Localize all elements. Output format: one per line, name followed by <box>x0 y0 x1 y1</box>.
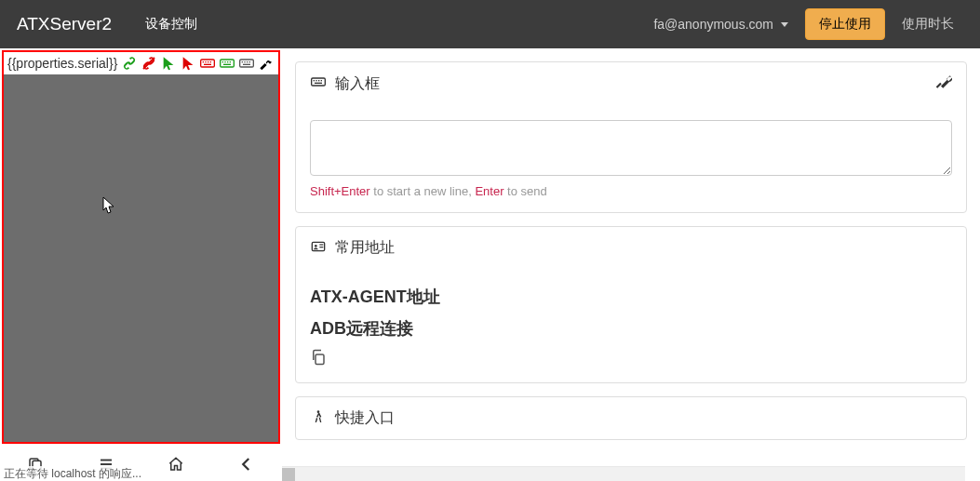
panel-addresses-body: ATX-AGENT地址 ADB远程连接 <box>296 270 966 382</box>
svg-rect-30 <box>318 80 319 81</box>
svg-rect-29 <box>315 80 316 81</box>
tools-icon[interactable] <box>935 73 952 94</box>
svg-point-34 <box>315 245 317 247</box>
kbd-shift-enter: Shift+Enter <box>310 184 370 198</box>
svg-rect-13 <box>227 61 228 62</box>
svg-line-3 <box>143 58 154 69</box>
svg-rect-32 <box>315 83 322 84</box>
panel-input: 输入框 Shift+Enter to start a new line, Ent… <box>295 61 967 213</box>
panel-addresses: 常用地址 ATX-AGENT地址 ADB远程连接 <box>295 226 967 383</box>
svg-rect-18 <box>245 61 246 62</box>
svg-rect-20 <box>249 61 250 62</box>
svg-rect-16 <box>240 60 254 67</box>
right-wrap: 输入框 Shift+Enter to start a new line, Ent… <box>282 48 980 481</box>
device-box: {{properties.serial}} <box>2 50 280 444</box>
link-icon[interactable] <box>121 55 137 72</box>
horizontal-scrollbar[interactable] <box>282 466 965 481</box>
id-card-icon <box>310 239 327 258</box>
panel-addresses-title: 常用地址 <box>335 238 395 258</box>
svg-rect-27 <box>312 78 326 86</box>
hammer-icon[interactable] <box>259 55 275 72</box>
stop-using-button[interactable]: 停止使用 <box>805 8 885 40</box>
left-pane: {{properties.serial}} <box>0 48 282 481</box>
usage-duration-label: 使用时长 <box>893 16 963 33</box>
svg-rect-28 <box>314 80 315 81</box>
panel-input-body: Shift+Enter to start a new line, Enter t… <box>296 106 966 212</box>
person-walk-icon <box>310 409 327 428</box>
panel-quick-entry-title: 快捷入口 <box>335 408 395 428</box>
svg-rect-21 <box>243 64 250 65</box>
user-menu[interactable]: fa@anonymous.com <box>644 17 798 32</box>
keyboard-icon <box>310 74 327 93</box>
right-pane[interactable]: 输入框 Shift+Enter to start a new line, Ent… <box>282 48 980 481</box>
panel-input-title: 输入框 <box>335 74 380 94</box>
device-toolbar: {{properties.serial}} <box>4 52 278 74</box>
home-button[interactable] <box>165 453 187 475</box>
unlink-icon[interactable] <box>141 55 156 72</box>
kbd-enter: Enter <box>475 184 503 198</box>
svg-rect-11 <box>222 61 223 62</box>
brand-title[interactable]: ATXServer2 <box>17 14 112 34</box>
svg-rect-14 <box>230 61 231 62</box>
atx-agent-address-label: ATX-AGENT地址 <box>310 286 952 308</box>
panel-quick-entry-header: 快捷入口 <box>296 397 966 439</box>
device-control-label: 设备控制 <box>145 16 197 33</box>
device-serial: {{properties.serial}} <box>7 56 117 71</box>
svg-rect-10 <box>221 60 235 67</box>
main: {{properties.serial}} <box>0 48 980 481</box>
svg-rect-5 <box>203 61 204 62</box>
svg-rect-37 <box>315 354 324 365</box>
input-help-text: Shift+Enter to start a new line, Enter t… <box>310 184 952 198</box>
keyboard-green-icon[interactable] <box>220 55 235 72</box>
svg-rect-15 <box>223 64 231 65</box>
svg-rect-6 <box>205 61 206 62</box>
svg-rect-12 <box>225 61 226 62</box>
svg-rect-19 <box>247 61 248 62</box>
cursor-green-icon[interactable] <box>160 55 176 72</box>
user-email: fa@anonymous.com <box>653 17 773 32</box>
device-control-link[interactable]: 设备控制 <box>130 16 207 33</box>
chevron-down-icon <box>781 22 788 27</box>
svg-rect-17 <box>242 61 243 62</box>
mouse-cursor-icon <box>102 196 115 215</box>
panel-addresses-header: 常用地址 <box>296 227 966 270</box>
cursor-red-icon[interactable] <box>181 55 196 72</box>
copy-icon[interactable] <box>310 354 327 368</box>
adb-remote-label: ADB远程连接 <box>310 317 952 340</box>
keyboard-gray-icon[interactable] <box>239 55 255 72</box>
panel-input-header: 输入框 <box>296 62 966 106</box>
panel-quick-entry: 快捷入口 <box>295 396 967 440</box>
text-input[interactable] <box>310 120 952 176</box>
svg-rect-31 <box>321 80 322 81</box>
svg-rect-4 <box>201 60 215 67</box>
keyboard-red-icon[interactable] <box>200 55 216 72</box>
svg-rect-9 <box>204 64 211 65</box>
navbar: ATXServer2 设备控制 fa@anonymous.com 停止使用 使用… <box>0 0 980 48</box>
svg-rect-8 <box>210 61 211 62</box>
status-bar: 正在等待 localhost 的响应... <box>0 466 145 481</box>
svg-rect-7 <box>208 61 208 62</box>
device-screen[interactable] <box>4 74 278 442</box>
back-button[interactable] <box>235 453 258 475</box>
svg-point-38 <box>317 410 320 413</box>
